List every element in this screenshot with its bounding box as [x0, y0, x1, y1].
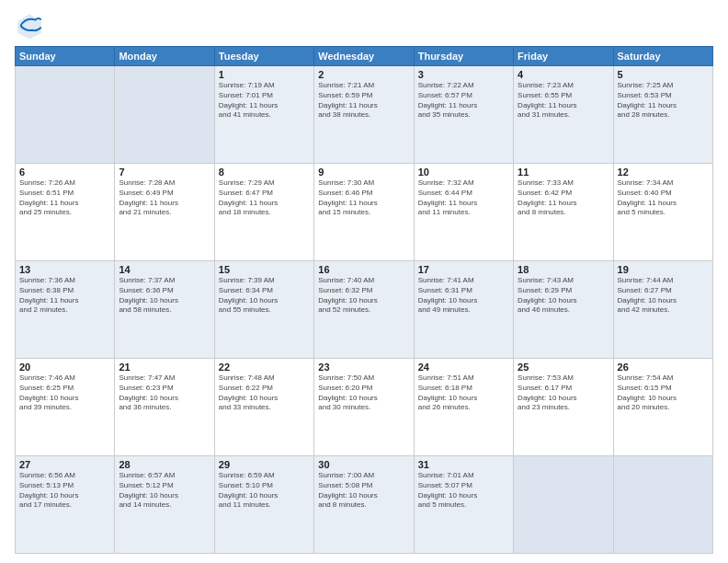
day-number: 22	[219, 362, 310, 373]
calendar-day-cell: 13Sunrise: 7:36 AM Sunset: 6:38 PM Dayli…	[16, 261, 115, 359]
calendar-day-cell: 20Sunrise: 7:46 AM Sunset: 6:25 PM Dayli…	[16, 359, 115, 456]
calendar-day-cell: 1Sunrise: 7:19 AM Sunset: 7:01 PM Daylig…	[214, 66, 313, 164]
day-info: Sunrise: 7:34 AM Sunset: 6:40 PM Dayligh…	[618, 178, 709, 218]
calendar-day-cell: 29Sunrise: 6:59 AM Sunset: 5:10 PM Dayli…	[214, 456, 313, 554]
day-info: Sunrise: 7:51 AM Sunset: 6:18 PM Dayligh…	[418, 373, 509, 413]
weekday-header: Monday	[115, 47, 214, 66]
day-info: Sunrise: 7:54 AM Sunset: 6:15 PM Dayligh…	[618, 373, 709, 413]
day-number: 4	[518, 69, 609, 80]
calendar-week-row: 27Sunrise: 6:56 AM Sunset: 5:13 PM Dayli…	[16, 456, 713, 554]
calendar-day-cell: 17Sunrise: 7:41 AM Sunset: 6:31 PM Dayli…	[414, 261, 513, 359]
day-number: 19	[618, 264, 709, 275]
day-number: 16	[318, 264, 409, 275]
calendar-week-row: 13Sunrise: 7:36 AM Sunset: 6:38 PM Dayli…	[16, 261, 713, 359]
day-number: 17	[418, 264, 509, 275]
calendar-day-cell: 16Sunrise: 7:40 AM Sunset: 6:32 PM Dayli…	[314, 261, 414, 359]
calendar-day-cell: 31Sunrise: 7:01 AM Sunset: 5:07 PM Dayli…	[414, 456, 513, 554]
calendar-header-row: SundayMondayTuesdayWednesdayThursdayFrid…	[16, 47, 713, 66]
calendar-day-cell: 2Sunrise: 7:21 AM Sunset: 6:59 PM Daylig…	[314, 66, 414, 164]
day-number: 1	[219, 69, 310, 80]
day-number: 5	[618, 69, 709, 80]
day-number: 3	[418, 69, 509, 80]
day-number: 11	[518, 167, 609, 178]
day-info: Sunrise: 7:22 AM Sunset: 6:57 PM Dayligh…	[418, 81, 509, 121]
logo	[15, 11, 48, 40]
page: SundayMondayTuesdayWednesdayThursdayFrid…	[0, 0, 728, 563]
calendar-day-cell: 3Sunrise: 7:22 AM Sunset: 6:57 PM Daylig…	[414, 66, 513, 164]
day-number: 6	[19, 167, 110, 178]
calendar-day-cell: 25Sunrise: 7:53 AM Sunset: 6:17 PM Dayli…	[514, 359, 613, 456]
calendar-day-cell: 15Sunrise: 7:39 AM Sunset: 6:34 PM Dayli…	[214, 261, 313, 359]
logo-icon	[15, 11, 44, 40]
day-info: Sunrise: 7:47 AM Sunset: 6:23 PM Dayligh…	[119, 373, 210, 413]
day-number: 8	[219, 167, 310, 178]
day-info: Sunrise: 6:57 AM Sunset: 5:12 PM Dayligh…	[119, 471, 210, 511]
day-info: Sunrise: 7:30 AM Sunset: 6:46 PM Dayligh…	[318, 178, 409, 218]
calendar-day-cell: 28Sunrise: 6:57 AM Sunset: 5:12 PM Dayli…	[115, 456, 214, 554]
calendar-day-cell: 9Sunrise: 7:30 AM Sunset: 6:46 PM Daylig…	[314, 164, 414, 261]
calendar-day-cell: 14Sunrise: 7:37 AM Sunset: 6:36 PM Dayli…	[115, 261, 214, 359]
calendar-week-row: 1Sunrise: 7:19 AM Sunset: 7:01 PM Daylig…	[16, 66, 713, 164]
calendar-day-cell: 24Sunrise: 7:51 AM Sunset: 6:18 PM Dayli…	[414, 359, 513, 456]
calendar-day-cell: 18Sunrise: 7:43 AM Sunset: 6:29 PM Dayli…	[514, 261, 613, 359]
day-info: Sunrise: 7:32 AM Sunset: 6:44 PM Dayligh…	[418, 178, 509, 218]
day-number: 14	[119, 264, 210, 275]
calendar-day-cell: 12Sunrise: 7:34 AM Sunset: 6:40 PM Dayli…	[613, 164, 712, 261]
calendar-day-cell: 22Sunrise: 7:48 AM Sunset: 6:22 PM Dayli…	[214, 359, 313, 456]
weekday-header: Thursday	[414, 47, 513, 66]
day-info: Sunrise: 6:56 AM Sunset: 5:13 PM Dayligh…	[19, 471, 110, 511]
day-number: 27	[19, 459, 110, 470]
day-info: Sunrise: 7:48 AM Sunset: 6:22 PM Dayligh…	[219, 373, 310, 413]
day-info: Sunrise: 7:19 AM Sunset: 7:01 PM Dayligh…	[219, 81, 310, 121]
weekday-header: Friday	[514, 47, 613, 66]
calendar-day-cell	[16, 66, 115, 164]
day-number: 26	[618, 362, 709, 373]
day-info: Sunrise: 7:39 AM Sunset: 6:34 PM Dayligh…	[219, 276, 310, 316]
day-number: 29	[219, 459, 310, 470]
calendar-day-cell: 30Sunrise: 7:00 AM Sunset: 5:08 PM Dayli…	[314, 456, 414, 554]
weekday-header: Saturday	[613, 47, 712, 66]
calendar-day-cell: 7Sunrise: 7:28 AM Sunset: 6:49 PM Daylig…	[115, 164, 214, 261]
day-info: Sunrise: 7:21 AM Sunset: 6:59 PM Dayligh…	[318, 81, 409, 121]
day-info: Sunrise: 7:01 AM Sunset: 5:07 PM Dayligh…	[418, 471, 509, 511]
calendar-day-cell: 4Sunrise: 7:23 AM Sunset: 6:55 PM Daylig…	[514, 66, 613, 164]
day-info: Sunrise: 7:25 AM Sunset: 6:53 PM Dayligh…	[618, 81, 709, 121]
weekday-header: Tuesday	[214, 47, 313, 66]
day-info: Sunrise: 7:26 AM Sunset: 6:51 PM Dayligh…	[19, 178, 110, 218]
day-info: Sunrise: 7:44 AM Sunset: 6:27 PM Dayligh…	[618, 276, 709, 316]
day-number: 2	[318, 69, 409, 80]
day-number: 7	[119, 167, 210, 178]
calendar-day-cell: 26Sunrise: 7:54 AM Sunset: 6:15 PM Dayli…	[613, 359, 712, 456]
calendar-day-cell	[115, 66, 214, 164]
day-number: 31	[418, 459, 509, 470]
day-number: 20	[19, 362, 110, 373]
day-number: 24	[418, 362, 509, 373]
weekday-header: Wednesday	[314, 47, 414, 66]
day-info: Sunrise: 6:59 AM Sunset: 5:10 PM Dayligh…	[219, 471, 310, 511]
calendar-day-cell: 27Sunrise: 6:56 AM Sunset: 5:13 PM Dayli…	[16, 456, 115, 554]
day-info: Sunrise: 7:33 AM Sunset: 6:42 PM Dayligh…	[518, 178, 609, 218]
calendar-day-cell: 5Sunrise: 7:25 AM Sunset: 6:53 PM Daylig…	[613, 66, 712, 164]
calendar-day-cell	[613, 456, 712, 554]
day-number: 10	[418, 167, 509, 178]
calendar-day-cell: 19Sunrise: 7:44 AM Sunset: 6:27 PM Dayli…	[613, 261, 712, 359]
calendar-day-cell: 21Sunrise: 7:47 AM Sunset: 6:23 PM Dayli…	[115, 359, 214, 456]
day-info: Sunrise: 7:40 AM Sunset: 6:32 PM Dayligh…	[318, 276, 409, 316]
day-number: 21	[119, 362, 210, 373]
day-info: Sunrise: 7:00 AM Sunset: 5:08 PM Dayligh…	[318, 471, 409, 511]
calendar-day-cell: 23Sunrise: 7:50 AM Sunset: 6:20 PM Dayli…	[314, 359, 414, 456]
calendar-day-cell: 11Sunrise: 7:33 AM Sunset: 6:42 PM Dayli…	[514, 164, 613, 261]
day-info: Sunrise: 7:41 AM Sunset: 6:31 PM Dayligh…	[418, 276, 509, 316]
day-info: Sunrise: 7:29 AM Sunset: 6:47 PM Dayligh…	[219, 178, 310, 218]
day-number: 18	[518, 264, 609, 275]
day-info: Sunrise: 7:43 AM Sunset: 6:29 PM Dayligh…	[518, 276, 609, 316]
day-info: Sunrise: 7:28 AM Sunset: 6:49 PM Dayligh…	[119, 178, 210, 218]
calendar-table: SundayMondayTuesdayWednesdayThursdayFrid…	[15, 46, 713, 554]
header	[15, 11, 713, 40]
day-number: 13	[19, 264, 110, 275]
day-number: 25	[518, 362, 609, 373]
day-info: Sunrise: 7:37 AM Sunset: 6:36 PM Dayligh…	[119, 276, 210, 316]
day-info: Sunrise: 7:50 AM Sunset: 6:20 PM Dayligh…	[318, 373, 409, 413]
day-number: 30	[318, 459, 409, 470]
calendar-week-row: 6Sunrise: 7:26 AM Sunset: 6:51 PM Daylig…	[16, 164, 713, 261]
